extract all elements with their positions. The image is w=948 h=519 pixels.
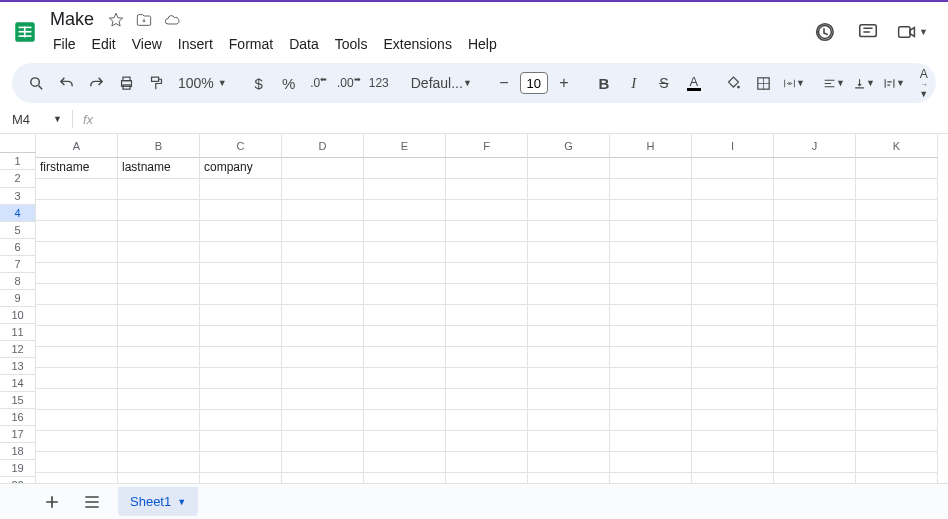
cell[interactable]: [200, 347, 282, 368]
cell[interactable]: [36, 263, 118, 284]
cell[interactable]: [118, 368, 200, 389]
cell[interactable]: [282, 368, 364, 389]
cell[interactable]: [282, 305, 364, 326]
row-header[interactable]: 16: [0, 409, 36, 426]
cell[interactable]: [528, 305, 610, 326]
name-box[interactable]: M4▼: [6, 110, 68, 129]
formula-input[interactable]: [99, 109, 948, 129]
select-all-corner[interactable]: [0, 134, 36, 153]
cell[interactable]: [856, 200, 938, 221]
star-icon[interactable]: [106, 10, 126, 30]
cell[interactable]: [856, 305, 938, 326]
cell[interactable]: [282, 158, 364, 179]
cell[interactable]: [118, 389, 200, 410]
cell[interactable]: [610, 326, 692, 347]
cell[interactable]: [610, 305, 692, 326]
cell[interactable]: [200, 305, 282, 326]
menu-view[interactable]: View: [125, 33, 169, 55]
column-header[interactable]: J: [774, 134, 856, 158]
cell[interactable]: [364, 158, 446, 179]
row-header[interactable]: 7: [0, 256, 36, 273]
cell[interactable]: [446, 347, 528, 368]
cell[interactable]: [36, 389, 118, 410]
cell[interactable]: [446, 263, 528, 284]
row-header[interactable]: 18: [0, 443, 36, 460]
cell[interactable]: [446, 179, 528, 200]
italic-icon[interactable]: I: [620, 69, 648, 97]
fill-color-icon[interactable]: [720, 69, 748, 97]
cell[interactable]: [282, 452, 364, 473]
cell[interactable]: [856, 452, 938, 473]
row-header[interactable]: 2: [0, 170, 36, 187]
cell[interactable]: [528, 263, 610, 284]
cell[interactable]: [774, 221, 856, 242]
cell[interactable]: [446, 452, 528, 473]
cell[interactable]: [282, 242, 364, 263]
cell[interactable]: [774, 179, 856, 200]
menu-extensions[interactable]: Extensions: [376, 33, 458, 55]
cell[interactable]: [692, 179, 774, 200]
cell[interactable]: [118, 221, 200, 242]
cell[interactable]: [528, 431, 610, 452]
row-header[interactable]: 14: [0, 375, 36, 392]
cell[interactable]: lastname: [118, 158, 200, 179]
cell[interactable]: [446, 389, 528, 410]
cell[interactable]: [528, 221, 610, 242]
cell[interactable]: [610, 452, 692, 473]
cell[interactable]: [856, 284, 938, 305]
cell[interactable]: [856, 179, 938, 200]
cell[interactable]: [36, 200, 118, 221]
row-header[interactable]: 19: [0, 460, 36, 477]
cell[interactable]: [118, 179, 200, 200]
cell[interactable]: [692, 347, 774, 368]
cell[interactable]: [528, 347, 610, 368]
cell[interactable]: [282, 263, 364, 284]
cell[interactable]: [856, 326, 938, 347]
cell[interactable]: [610, 179, 692, 200]
cell[interactable]: [692, 305, 774, 326]
row-header[interactable]: 3: [0, 188, 36, 205]
cell[interactable]: [610, 242, 692, 263]
cell[interactable]: [200, 452, 282, 473]
cell[interactable]: [364, 221, 446, 242]
doc-title[interactable]: Make: [46, 8, 98, 31]
font-size-input[interactable]: [520, 72, 548, 94]
cell[interactable]: [610, 410, 692, 431]
cell[interactable]: [364, 263, 446, 284]
all-sheets-icon[interactable]: [78, 488, 106, 516]
cell[interactable]: [528, 284, 610, 305]
cell[interactable]: [200, 263, 282, 284]
menu-format[interactable]: Format: [222, 33, 280, 55]
row-header[interactable]: 10: [0, 307, 36, 324]
cell[interactable]: [610, 431, 692, 452]
cell[interactable]: [774, 284, 856, 305]
cell[interactable]: [282, 410, 364, 431]
cell[interactable]: [774, 158, 856, 179]
sheets-logo[interactable]: [12, 15, 38, 49]
cell[interactable]: [528, 452, 610, 473]
cell[interactable]: [118, 242, 200, 263]
cell[interactable]: [528, 242, 610, 263]
cell[interactable]: [364, 326, 446, 347]
currency-icon[interactable]: $: [245, 69, 273, 97]
redo-icon[interactable]: [82, 69, 110, 97]
move-folder-icon[interactable]: [134, 10, 154, 30]
cell[interactable]: [200, 242, 282, 263]
cell[interactable]: [446, 410, 528, 431]
cell[interactable]: [282, 389, 364, 410]
cell[interactable]: [774, 389, 856, 410]
cell[interactable]: [774, 263, 856, 284]
percent-icon[interactable]: %: [275, 69, 303, 97]
decrease-font-icon[interactable]: −: [490, 69, 518, 97]
cell[interactable]: [282, 179, 364, 200]
cell[interactable]: [118, 347, 200, 368]
cell[interactable]: [36, 368, 118, 389]
cell[interactable]: [856, 347, 938, 368]
cell[interactable]: [528, 158, 610, 179]
menu-data[interactable]: Data: [282, 33, 326, 55]
cell[interactable]: [856, 263, 938, 284]
cell[interactable]: [610, 347, 692, 368]
cell[interactable]: [364, 179, 446, 200]
row-header[interactable]: 9: [0, 290, 36, 307]
column-header[interactable]: C: [200, 134, 282, 158]
